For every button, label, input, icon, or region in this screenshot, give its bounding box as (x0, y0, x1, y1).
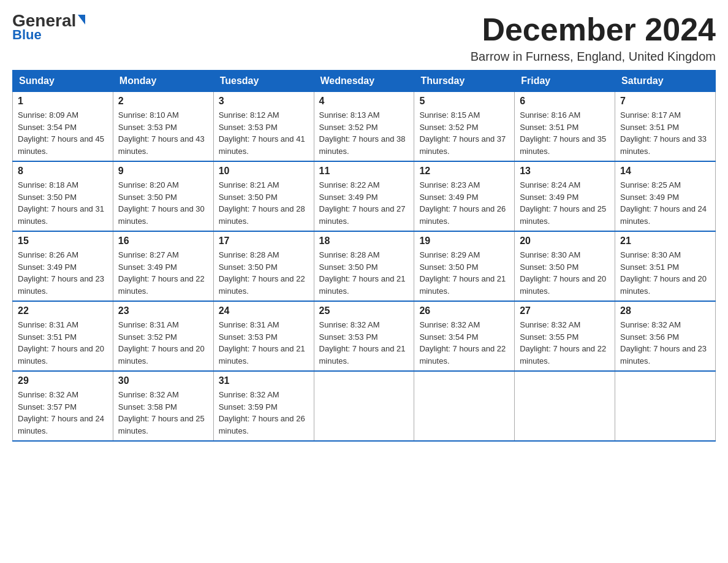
day-number: 14 (620, 166, 710, 177)
header-friday: Friday (515, 71, 615, 92)
day-info: Sunrise: 8:32 AMSunset: 3:54 PMDaylight:… (419, 320, 506, 366)
day-number: 11 (319, 166, 409, 177)
day-number: 23 (118, 305, 208, 316)
day-number: 12 (419, 166, 509, 177)
day-number: 25 (319, 305, 409, 316)
day-info: Sunrise: 8:15 AMSunset: 3:52 PMDaylight:… (419, 110, 506, 156)
calendar-cell: 7 Sunrise: 8:17 AMSunset: 3:51 PMDayligh… (615, 92, 716, 162)
header-sunday: Sunday (13, 71, 113, 92)
week-row-3: 15 Sunrise: 8:26 AMSunset: 3:49 PMDaylig… (13, 231, 716, 301)
day-info: Sunrise: 8:29 AMSunset: 3:50 PMDaylight:… (419, 250, 506, 296)
calendar-cell: 29 Sunrise: 8:32 AMSunset: 3:57 PMDaylig… (13, 371, 113, 441)
calendar-cell: 21 Sunrise: 8:30 AMSunset: 3:51 PMDaylig… (615, 231, 716, 301)
calendar-cell: 20 Sunrise: 8:30 AMSunset: 3:50 PMDaylig… (515, 231, 615, 301)
calendar-cell: 18 Sunrise: 8:28 AMSunset: 3:50 PMDaylig… (314, 231, 414, 301)
day-number: 16 (118, 236, 208, 247)
calendar-cell: 6 Sunrise: 8:16 AMSunset: 3:51 PMDayligh… (515, 92, 615, 162)
calendar-cell: 30 Sunrise: 8:32 AMSunset: 3:58 PMDaylig… (113, 371, 213, 441)
day-info: Sunrise: 8:17 AMSunset: 3:51 PMDaylight:… (620, 110, 707, 156)
day-number: 20 (520, 236, 610, 247)
day-info: Sunrise: 8:28 AMSunset: 3:50 PMDaylight:… (219, 250, 305, 296)
day-number: 17 (219, 236, 309, 247)
calendar-cell: 19 Sunrise: 8:29 AMSunset: 3:50 PMDaylig… (414, 231, 515, 301)
day-info: Sunrise: 8:32 AMSunset: 3:56 PMDaylight:… (620, 320, 707, 366)
day-info: Sunrise: 8:31 AMSunset: 3:53 PMDaylight:… (219, 320, 305, 366)
day-number: 8 (18, 166, 108, 177)
month-title: December 2024 (471, 12, 716, 47)
day-info: Sunrise: 8:26 AMSunset: 3:49 PMDaylight:… (18, 250, 104, 296)
day-number: 26 (419, 305, 509, 316)
week-row-4: 22 Sunrise: 8:31 AMSunset: 3:51 PMDaylig… (13, 301, 716, 371)
day-info: Sunrise: 8:31 AMSunset: 3:52 PMDaylight:… (118, 320, 205, 366)
calendar-cell: 17 Sunrise: 8:28 AMSunset: 3:50 PMDaylig… (213, 231, 314, 301)
header-thursday: Thursday (414, 71, 515, 92)
day-info: Sunrise: 8:30 AMSunset: 3:50 PMDaylight:… (520, 250, 606, 296)
calendar-cell (615, 371, 716, 441)
week-row-1: 1 Sunrise: 8:09 AMSunset: 3:54 PMDayligh… (13, 92, 716, 162)
calendar-cell: 26 Sunrise: 8:32 AMSunset: 3:54 PMDaylig… (414, 301, 515, 371)
day-info: Sunrise: 8:32 AMSunset: 3:55 PMDaylight:… (520, 320, 606, 366)
calendar-cell: 11 Sunrise: 8:22 AMSunset: 3:49 PMDaylig… (314, 161, 414, 231)
calendar-cell (414, 371, 515, 441)
calendar-cell: 22 Sunrise: 8:31 AMSunset: 3:51 PMDaylig… (13, 301, 113, 371)
day-number: 1 (18, 96, 108, 107)
calendar-cell: 9 Sunrise: 8:20 AMSunset: 3:50 PMDayligh… (113, 161, 213, 231)
day-number: 29 (18, 375, 108, 386)
calendar-cell: 1 Sunrise: 8:09 AMSunset: 3:54 PMDayligh… (13, 92, 113, 162)
day-number: 27 (520, 305, 610, 316)
calendar-table: SundayMondayTuesdayWednesdayThursdayFrid… (12, 70, 716, 442)
calendar-cell: 25 Sunrise: 8:32 AMSunset: 3:53 PMDaylig… (314, 301, 414, 371)
calendar-cell: 13 Sunrise: 8:24 AMSunset: 3:49 PMDaylig… (515, 161, 615, 231)
day-info: Sunrise: 8:20 AMSunset: 3:50 PMDaylight:… (118, 180, 205, 226)
day-number: 10 (219, 166, 309, 177)
calendar-cell: 27 Sunrise: 8:32 AMSunset: 3:55 PMDaylig… (515, 301, 615, 371)
week-row-2: 8 Sunrise: 8:18 AMSunset: 3:50 PMDayligh… (13, 161, 716, 231)
day-info: Sunrise: 8:12 AMSunset: 3:53 PMDaylight:… (219, 110, 305, 156)
day-info: Sunrise: 8:23 AMSunset: 3:49 PMDaylight:… (419, 180, 506, 226)
day-number: 15 (18, 236, 108, 247)
day-number: 18 (319, 236, 409, 247)
day-info: Sunrise: 8:21 AMSunset: 3:50 PMDaylight:… (219, 180, 305, 226)
day-number: 6 (520, 96, 610, 107)
day-info: Sunrise: 8:32 AMSunset: 3:57 PMDaylight:… (18, 390, 104, 435)
day-number: 19 (419, 236, 509, 247)
calendar-cell: 10 Sunrise: 8:21 AMSunset: 3:50 PMDaylig… (213, 161, 314, 231)
calendar-cell: 15 Sunrise: 8:26 AMSunset: 3:49 PMDaylig… (13, 231, 113, 301)
day-number: 3 (219, 96, 309, 107)
header-monday: Monday (113, 71, 213, 92)
day-number: 5 (419, 96, 509, 107)
day-info: Sunrise: 8:09 AMSunset: 3:54 PMDaylight:… (18, 110, 104, 156)
weekday-header-row: SundayMondayTuesdayWednesdayThursdayFrid… (13, 71, 716, 92)
day-number: 7 (620, 96, 710, 107)
logo-blue: Blue (12, 27, 42, 43)
day-info: Sunrise: 8:31 AMSunset: 3:51 PMDaylight:… (18, 320, 104, 366)
calendar-cell: 16 Sunrise: 8:27 AMSunset: 3:49 PMDaylig… (113, 231, 213, 301)
day-number: 13 (520, 166, 610, 177)
day-info: Sunrise: 8:32 AMSunset: 3:59 PMDaylight:… (219, 390, 305, 435)
day-number: 21 (620, 236, 710, 247)
logo: General Blue (12, 12, 85, 43)
header-saturday: Saturday (615, 71, 716, 92)
week-row-5: 29 Sunrise: 8:32 AMSunset: 3:57 PMDaylig… (13, 371, 716, 441)
calendar-cell: 5 Sunrise: 8:15 AMSunset: 3:52 PMDayligh… (414, 92, 515, 162)
day-info: Sunrise: 8:30 AMSunset: 3:51 PMDaylight:… (620, 250, 707, 296)
calendar-cell (515, 371, 615, 441)
calendar-cell: 28 Sunrise: 8:32 AMSunset: 3:56 PMDaylig… (615, 301, 716, 371)
day-info: Sunrise: 8:32 AMSunset: 3:58 PMDaylight:… (118, 390, 205, 435)
calendar-cell: 3 Sunrise: 8:12 AMSunset: 3:53 PMDayligh… (213, 92, 314, 162)
calendar-cell: 24 Sunrise: 8:31 AMSunset: 3:53 PMDaylig… (213, 301, 314, 371)
day-info: Sunrise: 8:24 AMSunset: 3:49 PMDaylight:… (520, 180, 606, 226)
calendar-cell (314, 371, 414, 441)
location: Barrow in Furness, England, United Kingd… (471, 50, 716, 64)
day-number: 28 (620, 305, 710, 316)
day-info: Sunrise: 8:13 AMSunset: 3:52 PMDaylight:… (319, 110, 406, 156)
calendar-cell: 12 Sunrise: 8:23 AMSunset: 3:49 PMDaylig… (414, 161, 515, 231)
title-block: December 2024 Barrow in Furness, England… (471, 12, 716, 64)
day-info: Sunrise: 8:18 AMSunset: 3:50 PMDaylight:… (18, 180, 104, 226)
header-wednesday: Wednesday (314, 71, 414, 92)
day-number: 22 (18, 305, 108, 316)
day-number: 4 (319, 96, 409, 107)
day-number: 24 (219, 305, 309, 316)
day-number: 2 (118, 96, 208, 107)
day-info: Sunrise: 8:22 AMSunset: 3:49 PMDaylight:… (319, 180, 406, 226)
